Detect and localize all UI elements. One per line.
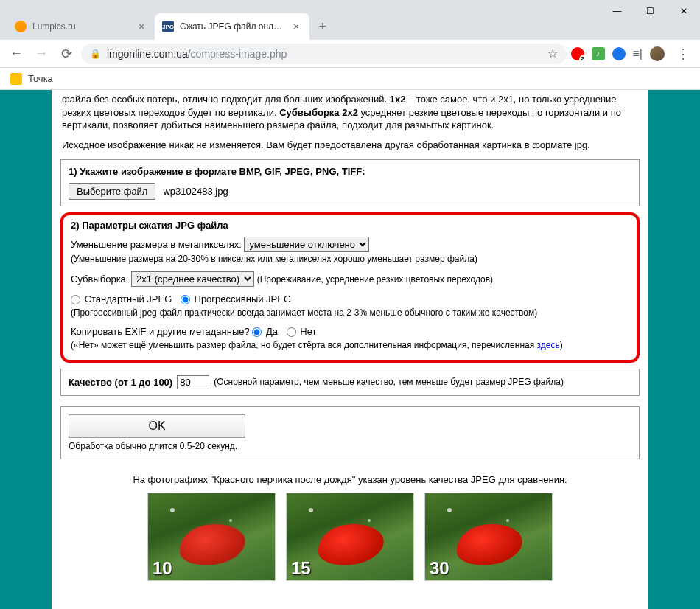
megapixels-select[interactable]: уменьшение отключено bbox=[244, 237, 369, 252]
star-icon[interactable]: ☆ bbox=[547, 46, 558, 60]
subsampling-select[interactable]: 2x1 (среднее качество) bbox=[131, 271, 254, 287]
page-content: файла без особых потерь, отлично подходи… bbox=[52, 90, 648, 609]
minimize-button[interactable]: — bbox=[601, 0, 634, 22]
jpeg-type-row: Стандартный JPEG Прогрессивный JPEG (Про… bbox=[71, 293, 629, 319]
exif-no-radio[interactable]: Нет bbox=[287, 326, 317, 337]
subsampling-label: Субвыборка: bbox=[71, 274, 128, 285]
tab-title: Сжать JPEG файл онлайн - IMG... bbox=[180, 21, 284, 32]
exif-hint: («Нет» может ещё уменьшить размер файла,… bbox=[71, 340, 563, 350]
intro-paragraph-2: Исходное изображение никак не изменяется… bbox=[60, 139, 640, 150]
section-title: 2) Параметры сжатия JPG файла bbox=[71, 220, 629, 231]
window-controls: — ☐ ✕ bbox=[601, 0, 700, 22]
exif-label: Копировать EXIF и другие метаданные? bbox=[71, 326, 250, 337]
thumbnail-label: 10 bbox=[153, 558, 172, 579]
subsampling-hint: (Прореживание, усреднение резких цветовы… bbox=[257, 274, 493, 285]
tab-title: Lumpics.ru bbox=[32, 21, 130, 32]
omnibox[interactable]: 🔒 imgonline.com.ua/compress-image.php ☆ bbox=[81, 44, 567, 64]
jpeg-standard-radio[interactable]: Стандартный JPEG bbox=[71, 293, 172, 304]
forward-button[interactable]: → bbox=[31, 44, 52, 64]
tab-imgonline[interactable]: JPG Сжать JPEG файл онлайн - IMG... × bbox=[155, 13, 309, 40]
new-tab-button[interactable]: + bbox=[312, 16, 333, 37]
thumbnail: 30 bbox=[424, 493, 553, 581]
quality-hint: (Основной параметр, чем меньше качество,… bbox=[214, 377, 564, 387]
extension-icon[interactable] bbox=[612, 47, 626, 60]
menu-button[interactable]: ⋮ bbox=[672, 46, 694, 62]
favicon-imgonline: JPG bbox=[162, 21, 174, 32]
megapixels-label: Уменьшение размера в мегапикселях: bbox=[71, 239, 242, 250]
megapixels-row: Уменьшение размера в мегапикселях: умень… bbox=[71, 237, 629, 265]
exif-yes-radio[interactable]: Да bbox=[252, 326, 278, 337]
thumbnail-label: 30 bbox=[430, 558, 449, 579]
lock-icon: 🔒 bbox=[90, 49, 101, 59]
close-window-button[interactable]: ✕ bbox=[667, 0, 700, 22]
close-icon[interactable]: × bbox=[290, 21, 302, 32]
thumbnails-caption: На фотографиях "Красного перчика после д… bbox=[60, 474, 640, 485]
titlebar: Lumpics.ru × JPG Сжать JPEG файл онлайн … bbox=[0, 0, 700, 40]
tab-lumpics[interactable]: Lumpics.ru × bbox=[7, 13, 155, 40]
extension-icon[interactable]: ♪ bbox=[592, 47, 605, 60]
selected-filename: wp3102483.jpg bbox=[163, 186, 228, 197]
subsampling-row: Субвыборка: 2x1 (среднее качество) (Прор… bbox=[71, 271, 629, 287]
url-path: /compress-image.php bbox=[188, 48, 287, 60]
ok-button[interactable]: OK bbox=[69, 414, 245, 438]
quality-label: Качество (от 1 до 100) bbox=[69, 377, 172, 388]
address-bar: ← → ⟳ 🔒 imgonline.com.ua/compress-image.… bbox=[0, 40, 700, 68]
exif-row: Копировать EXIF и другие метаданные? Да … bbox=[71, 325, 629, 352]
close-icon[interactable]: × bbox=[136, 21, 147, 32]
jpeg-progressive-radio[interactable]: Прогрессивный JPEG bbox=[181, 293, 291, 304]
reading-list-icon[interactable]: ≡| bbox=[633, 47, 643, 60]
favicon-lumpics bbox=[15, 21, 27, 32]
quality-row: Качество (от 1 до 100) (Основной парамет… bbox=[60, 369, 640, 396]
choose-file-button[interactable]: Выберите файл bbox=[69, 183, 155, 200]
reload-button[interactable]: ⟳ bbox=[56, 44, 77, 64]
section-title: 1) Укажите изображение в формате BMP, GI… bbox=[69, 166, 631, 177]
viewport: файла без особых потерь, отлично подходи… bbox=[0, 90, 700, 609]
folder-icon bbox=[10, 73, 22, 85]
intro-paragraph: файла без особых потерь, отлично подходи… bbox=[60, 90, 640, 132]
bookmarks-bar: Точка bbox=[0, 68, 700, 90]
extensions: ♪ ≡| ⋮ bbox=[571, 46, 695, 62]
bookmark-item[interactable]: Точка bbox=[28, 73, 53, 84]
url-host: imgonline.com.ua bbox=[107, 48, 188, 60]
megapixels-hint: (Уменьшение размера на 20-30% в пикселях… bbox=[71, 254, 477, 264]
quality-input[interactable] bbox=[177, 375, 209, 389]
thumbnail-label: 15 bbox=[291, 558, 311, 579]
thumbnail: 10 bbox=[147, 493, 276, 581]
submit-section: OK Обработка обычно длится 0.5-20 секунд… bbox=[60, 406, 640, 459]
thumbnails-row: 10 15 30 bbox=[60, 493, 640, 581]
back-button[interactable]: ← bbox=[6, 44, 27, 64]
exif-info-link[interactable]: здесь bbox=[537, 340, 560, 350]
extension-icon[interactable] bbox=[571, 47, 584, 60]
maximize-button[interactable]: ☐ bbox=[634, 0, 667, 22]
section-compression-params: 2) Параметры сжатия JPG файла Уменьшение… bbox=[60, 212, 640, 363]
jpeg-type-hint: (Прогрессивный jpeg-файл практически все… bbox=[71, 307, 537, 318]
processing-note: Обработка обычно длится 0.5-20 секунд. bbox=[69, 441, 631, 451]
section-file-upload: 1) Укажите изображение в формате BMP, GI… bbox=[60, 159, 640, 206]
profile-avatar[interactable] bbox=[650, 46, 665, 61]
thumbnail: 15 bbox=[286, 493, 414, 581]
